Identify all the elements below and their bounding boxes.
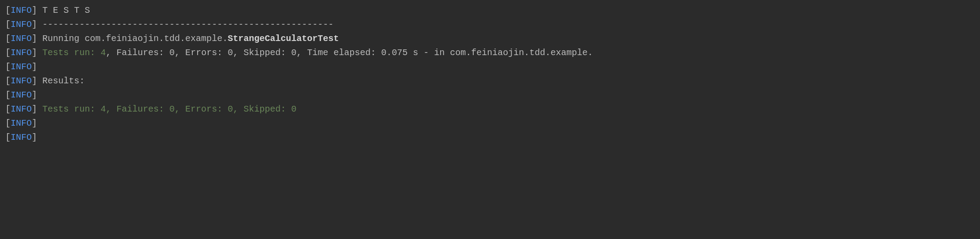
bracket-open: [	[5, 62, 11, 72]
running-prefix: Running com.feiniaojin.tdd.example.	[42, 34, 228, 44]
separator-text: ----------------------------------------…	[42, 19, 333, 30]
bracket-open: [	[5, 5, 11, 15]
bracket-close: ]	[32, 90, 37, 100]
tests-run-details: , Failures: 0, Errors: 0, Skipped: 0, Ti…	[106, 48, 593, 58]
running-class: StrangeCalculatorTest	[228, 34, 339, 44]
log-line-tests-run: [INFO] Tests run: 4, Failures: 0, Errors…	[5, 46, 975, 60]
info-tag: INFO	[11, 34, 32, 44]
results-label: Results:	[42, 76, 85, 86]
info-tag: INFO	[11, 90, 32, 100]
info-tag: INFO	[11, 5, 32, 15]
bracket-close: ]	[32, 19, 37, 30]
log-line-empty: [INFO]	[5, 88, 975, 102]
bracket-open: [	[5, 76, 11, 86]
info-tag: INFO	[11, 62, 32, 72]
log-line-results: [INFO] Results:	[5, 74, 975, 88]
bracket-close: ]	[32, 48, 37, 58]
info-tag: INFO	[11, 104, 32, 114]
bracket-close: ]	[32, 34, 37, 44]
info-tag: INFO	[11, 19, 32, 30]
log-line-empty: [INFO]	[5, 131, 975, 145]
summary-text: Tests run: 4, Failures: 0, Errors: 0, Sk…	[42, 104, 296, 114]
bracket-close: ]	[32, 132, 37, 142]
bracket-open: [	[5, 19, 11, 30]
log-line-empty: [INFO]	[5, 116, 975, 131]
bracket-open: [	[5, 132, 11, 142]
bracket-close: ]	[32, 76, 37, 86]
tests-header-text: T E S T S	[37, 5, 90, 15]
bracket-open: [	[5, 118, 11, 128]
bracket-close: ]	[32, 5, 37, 15]
info-tag: INFO	[11, 48, 32, 58]
info-tag: INFO	[11, 118, 32, 128]
bracket-close: ]	[32, 104, 37, 114]
log-line-summary: [INFO] Tests run: 4, Failures: 0, Errors…	[5, 102, 975, 116]
tests-run-count: Tests run: 4	[42, 48, 106, 58]
bracket-close: ]	[32, 118, 37, 128]
bracket-open: [	[5, 104, 11, 114]
info-tag: INFO	[11, 76, 32, 86]
bracket-close: ]	[32, 62, 37, 72]
info-tag: INFO	[11, 132, 32, 142]
bracket-open: [	[5, 34, 11, 44]
bracket-open: [	[5, 90, 11, 100]
log-line-running: [INFO] Running com.feiniaojin.tdd.exampl…	[5, 32, 975, 46]
log-line-tests-header: [INFO] T E S T S	[5, 4, 975, 18]
bracket-open: [	[5, 48, 11, 58]
log-line-separator: [INFO] ---------------------------------…	[5, 18, 975, 32]
log-line-empty: [INFO]	[5, 60, 975, 74]
